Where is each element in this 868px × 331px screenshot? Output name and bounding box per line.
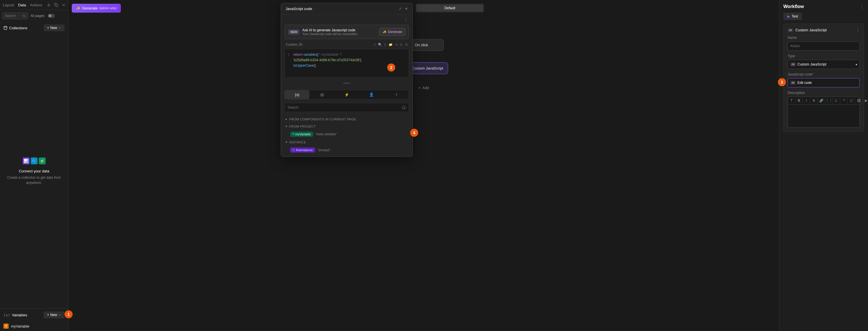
test-button[interactable]: ▶Test bbox=[783, 12, 802, 20]
callout-4: 4 bbox=[410, 129, 418, 137]
empty-title: Connect your data bbox=[19, 169, 49, 173]
settings-icon[interactable] bbox=[46, 2, 51, 7]
collapse-icon[interactable] bbox=[61, 2, 66, 7]
group-project[interactable]: ▾FROM PROJECT bbox=[281, 123, 412, 130]
format-video-icon[interactable]: ▶ bbox=[863, 97, 868, 104]
more-icon[interactable]: ⋮ bbox=[404, 17, 408, 21]
format-code-icon[interactable]: ⟨⟩ bbox=[848, 97, 855, 104]
toolbar-settings-icon[interactable]: ⚙ bbox=[405, 43, 408, 47]
callout-1: 1 bbox=[65, 310, 73, 319]
mod-tab-variables[interactable]: (x) bbox=[285, 90, 309, 99]
copy-icon[interactable] bbox=[54, 2, 59, 7]
line-number: 1 bbox=[288, 52, 293, 57]
tab-layout[interactable]: Layout bbox=[3, 3, 14, 7]
group-components[interactable]: ▸FROM COMPONENTS IN CURRENT PAGE bbox=[281, 115, 412, 123]
name-input[interactable] bbox=[787, 42, 860, 51]
format-ul-icon[interactable]: ⋮⋮ bbox=[825, 97, 833, 104]
new-badge: NEW bbox=[288, 30, 299, 34]
mod-tab-actions[interactable]: ⚡ bbox=[334, 90, 359, 99]
all-pages-label: All pages bbox=[30, 14, 44, 18]
chevron-down-icon bbox=[58, 313, 61, 317]
toolbar-collapse-icon[interactable]: ⇥ bbox=[395, 43, 398, 47]
name-label: Name bbox=[787, 36, 860, 40]
tab-actions[interactable]: Actions bbox=[30, 3, 42, 7]
tab-data[interactable]: Data bbox=[18, 3, 26, 7]
js-badge-icon: JS bbox=[787, 28, 793, 32]
add-action-button[interactable]: +Add bbox=[418, 86, 429, 90]
variables-title: (x) Variables bbox=[3, 313, 27, 317]
generate-button[interactable]: ✨ Generate (admin only) bbox=[72, 4, 121, 12]
svg-point-3 bbox=[4, 26, 7, 27]
svg-point-0 bbox=[48, 4, 50, 5]
callout-3: 3 bbox=[778, 78, 786, 86]
mod-tab-user[interactable]: 👤 bbox=[359, 90, 384, 99]
instance-var-value: "{empty}" bbox=[317, 148, 330, 152]
format-ol-icon[interactable]: 1. bbox=[833, 97, 840, 104]
collections-title: Collections bbox=[3, 26, 28, 30]
toolbar-copy-icon[interactable]: ⎘ bbox=[384, 43, 386, 47]
ai-subtitle: Your Javascript code will be overwritten bbox=[302, 32, 376, 36]
callout-2: 2 bbox=[387, 63, 395, 72]
js-badge-icon: JS bbox=[790, 62, 796, 66]
trigger-label: On click bbox=[415, 43, 428, 47]
search-icon bbox=[402, 106, 406, 109]
format-bold-icon[interactable]: B bbox=[795, 97, 803, 104]
desc-label: Description bbox=[787, 91, 860, 95]
workflow-more-icon[interactable]: ⋮ bbox=[860, 5, 864, 9]
search-input[interactable] bbox=[5, 14, 21, 18]
format-image-icon[interactable]: 🖼 bbox=[855, 97, 863, 104]
svg-point-2 bbox=[23, 15, 25, 17]
card-more-icon[interactable]: ⋮ bbox=[856, 28, 860, 32]
code-label: JavaScript code* bbox=[787, 73, 860, 77]
project-var-value: "Hello WeWeb" bbox=[315, 133, 337, 136]
group-instance[interactable]: ▾INSTANCE bbox=[281, 138, 412, 146]
new-variable-button[interactable]: +New bbox=[43, 311, 65, 319]
state-tab-default[interactable]: Default bbox=[416, 4, 484, 12]
type-select[interactable]: JS Custom JavaScript ▾ bbox=[787, 60, 860, 69]
code-editor[interactable]: 1 return variables[/* myVariable */ 'b25… bbox=[284, 49, 409, 78]
toolbar-folder-icon[interactable]: 📁 bbox=[389, 43, 393, 47]
type-label: Type bbox=[787, 54, 860, 58]
svg-point-4 bbox=[402, 106, 405, 109]
instance-var-chip[interactable]: ⟨⟩thisInstance bbox=[290, 147, 315, 153]
empty-state-icons: 📊 🔷 ⚡ bbox=[23, 158, 45, 164]
variable-search-input[interactable] bbox=[288, 106, 402, 109]
chevron-down-icon: ▾ bbox=[856, 63, 857, 66]
mod-tab-data[interactable]: ▤ bbox=[309, 90, 334, 99]
variable-search[interactable] bbox=[284, 103, 409, 112]
empty-desc: Create a collection to get data from any… bbox=[6, 175, 62, 185]
card-title: Custom JavaScript bbox=[795, 28, 827, 32]
search-icon bbox=[22, 14, 26, 18]
mod-tab-formula[interactable]: f bbox=[384, 90, 409, 99]
toolbar-list-icon[interactable]: ☰ bbox=[400, 43, 403, 47]
all-pages-toggle[interactable] bbox=[48, 14, 55, 18]
format-link-icon[interactable]: 🔗 bbox=[818, 97, 825, 104]
js-badge-icon: JS bbox=[790, 81, 796, 85]
toolbar-slash-icon[interactable]: // bbox=[374, 43, 376, 47]
format-strike-icon[interactable]: S bbox=[810, 97, 818, 104]
variable-name: myVariable bbox=[11, 324, 29, 328]
format-quote-icon[interactable]: ❝ bbox=[840, 97, 848, 104]
close-icon[interactable]: ✕ bbox=[405, 7, 408, 11]
new-collection-button[interactable]: +New bbox=[43, 24, 65, 31]
ai-title: Ask AI to generate Javascript code bbox=[302, 28, 376, 32]
text-type-badge: T bbox=[3, 324, 9, 329]
database-icon bbox=[3, 26, 7, 30]
chevron-down-icon bbox=[58, 26, 61, 30]
toolbar-search-icon[interactable]: 🔍 bbox=[378, 43, 382, 47]
workflow-title: Workflow bbox=[783, 4, 804, 9]
search-box[interactable] bbox=[2, 12, 28, 19]
expand-icon[interactable]: ⤢ bbox=[399, 7, 402, 11]
ai-generate-button[interactable]: ✨Generate bbox=[379, 28, 405, 36]
code-panel-title: JavaScript code bbox=[286, 7, 312, 11]
format-text-icon[interactable]: T bbox=[788, 97, 795, 104]
format-italic-icon[interactable]: I bbox=[803, 97, 810, 104]
action-label: Custom JavaScript bbox=[412, 66, 443, 71]
description-editor[interactable] bbox=[787, 105, 860, 128]
svg-rect-1 bbox=[56, 4, 58, 7]
edit-code-button[interactable]: JS Edit code bbox=[787, 78, 860, 87]
custom-js-label: Custom JS bbox=[286, 43, 303, 47]
project-var-chip[interactable]: TmyVariable bbox=[290, 132, 313, 137]
variable-item[interactable]: T myVariable bbox=[0, 321, 68, 331]
